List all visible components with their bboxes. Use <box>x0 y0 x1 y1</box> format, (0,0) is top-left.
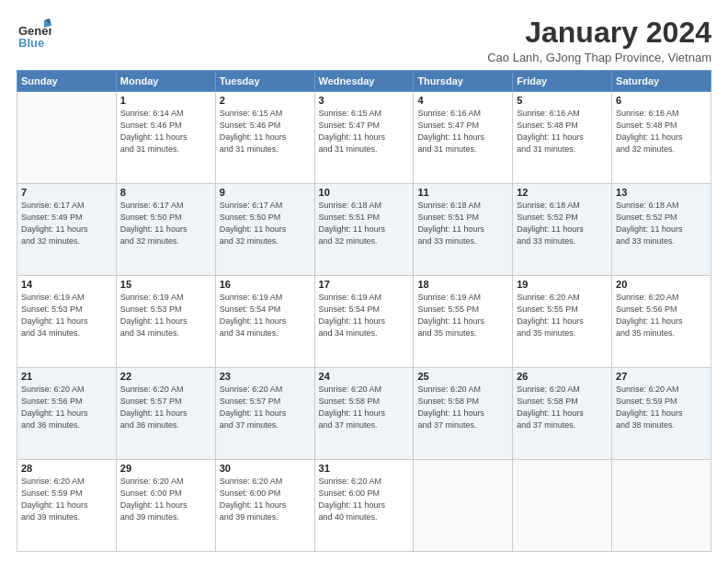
table-cell <box>612 460 711 552</box>
col-wednesday: Wednesday <box>314 71 414 92</box>
cell-info: Sunrise: 6:15 AMSunset: 5:47 PMDaylight:… <box>319 108 410 155</box>
cell-info: Sunrise: 6:20 AMSunset: 6:00 PMDaylight:… <box>319 476 410 523</box>
calendar-week-row: 1Sunrise: 6:14 AMSunset: 5:46 PMDaylight… <box>17 92 711 184</box>
cell-info: Sunrise: 6:16 AMSunset: 5:48 PMDaylight:… <box>616 108 707 155</box>
table-cell: 25Sunrise: 6:20 AMSunset: 5:58 PMDayligh… <box>414 368 513 460</box>
cell-info: Sunrise: 6:18 AMSunset: 5:52 PMDaylight:… <box>517 200 608 247</box>
table-cell: 12Sunrise: 6:18 AMSunset: 5:52 PMDayligh… <box>513 184 612 276</box>
cell-info: Sunrise: 6:20 AMSunset: 6:00 PMDaylight:… <box>220 476 311 523</box>
subtitle: Cao Lanh, GJong Thap Province, Vietnam <box>487 51 711 64</box>
day-number: 22 <box>120 371 211 382</box>
day-number: 3 <box>319 95 410 106</box>
day-number: 10 <box>319 187 410 198</box>
table-cell: 8Sunrise: 6:17 AMSunset: 5:50 PMDaylight… <box>116 184 215 276</box>
col-tuesday: Tuesday <box>215 71 314 92</box>
table-cell: 7Sunrise: 6:17 AMSunset: 5:49 PMDaylight… <box>17 184 117 276</box>
table-cell: 17Sunrise: 6:19 AMSunset: 5:54 PMDayligh… <box>314 276 414 368</box>
table-cell: 3Sunrise: 6:15 AMSunset: 5:47 PMDaylight… <box>314 92 414 184</box>
col-saturday: Saturday <box>612 71 711 92</box>
cell-info: Sunrise: 6:18 AMSunset: 5:51 PMDaylight:… <box>417 200 508 247</box>
table-cell: 9Sunrise: 6:17 AMSunset: 5:50 PMDaylight… <box>215 184 314 276</box>
table-cell: 21Sunrise: 6:20 AMSunset: 5:56 PMDayligh… <box>17 368 117 460</box>
day-number: 17 <box>319 279 410 290</box>
cell-info: Sunrise: 6:19 AMSunset: 5:54 PMDaylight:… <box>220 292 311 339</box>
cell-info: Sunrise: 6:17 AMSunset: 5:49 PMDaylight:… <box>21 200 112 247</box>
day-number: 20 <box>616 279 707 290</box>
table-cell <box>17 92 117 184</box>
cell-info: Sunrise: 6:19 AMSunset: 5:55 PMDaylight:… <box>417 292 508 339</box>
cell-info: Sunrise: 6:20 AMSunset: 5:57 PMDaylight:… <box>120 384 211 431</box>
col-thursday: Thursday <box>414 71 513 92</box>
calendar-week-row: 28Sunrise: 6:20 AMSunset: 5:59 PMDayligh… <box>17 460 711 552</box>
cell-info: Sunrise: 6:18 AMSunset: 5:52 PMDaylight:… <box>616 200 707 247</box>
table-cell: 27Sunrise: 6:20 AMSunset: 5:59 PMDayligh… <box>612 368 711 460</box>
day-number: 2 <box>220 95 311 106</box>
table-cell: 19Sunrise: 6:20 AMSunset: 5:55 PMDayligh… <box>513 276 612 368</box>
day-number: 1 <box>120 95 211 106</box>
table-cell: 30Sunrise: 6:20 AMSunset: 6:00 PMDayligh… <box>215 460 314 552</box>
cell-info: Sunrise: 6:20 AMSunset: 5:55 PMDaylight:… <box>517 292 608 339</box>
table-cell <box>414 460 513 552</box>
cell-info: Sunrise: 6:20 AMSunset: 5:59 PMDaylight:… <box>21 476 112 523</box>
day-number: 19 <box>517 279 608 290</box>
day-number: 21 <box>21 371 112 382</box>
col-monday: Monday <box>116 71 215 92</box>
table-cell: 23Sunrise: 6:20 AMSunset: 5:57 PMDayligh… <box>215 368 314 460</box>
day-number: 14 <box>21 279 112 290</box>
day-number: 29 <box>120 463 211 474</box>
table-cell: 31Sunrise: 6:20 AMSunset: 6:00 PMDayligh… <box>314 460 414 552</box>
svg-text:Blue: Blue <box>18 36 44 50</box>
table-cell <box>513 460 612 552</box>
table-cell: 22Sunrise: 6:20 AMSunset: 5:57 PMDayligh… <box>116 368 215 460</box>
cell-info: Sunrise: 6:20 AMSunset: 5:56 PMDaylight:… <box>21 384 112 431</box>
table-cell: 18Sunrise: 6:19 AMSunset: 5:55 PMDayligh… <box>414 276 513 368</box>
cell-info: Sunrise: 6:20 AMSunset: 5:59 PMDaylight:… <box>616 384 707 431</box>
cell-info: Sunrise: 6:20 AMSunset: 5:58 PMDaylight:… <box>517 384 608 431</box>
calendar-header-row: Sunday Monday Tuesday Wednesday Thursday… <box>17 71 711 92</box>
cell-info: Sunrise: 6:14 AMSunset: 5:46 PMDaylight:… <box>120 108 211 155</box>
table-cell: 16Sunrise: 6:19 AMSunset: 5:54 PMDayligh… <box>215 276 314 368</box>
table-cell: 1Sunrise: 6:14 AMSunset: 5:46 PMDaylight… <box>116 92 215 184</box>
cell-info: Sunrise: 6:17 AMSunset: 5:50 PMDaylight:… <box>120 200 211 247</box>
cell-info: Sunrise: 6:20 AMSunset: 5:56 PMDaylight:… <box>616 292 707 339</box>
day-number: 30 <box>220 463 311 474</box>
cell-info: Sunrise: 6:19 AMSunset: 5:53 PMDaylight:… <box>21 292 112 339</box>
day-number: 28 <box>21 463 112 474</box>
title-block: January 2024 Cao Lanh, GJong Thap Provin… <box>487 17 711 64</box>
day-number: 16 <box>220 279 311 290</box>
cell-info: Sunrise: 6:20 AMSunset: 5:58 PMDaylight:… <box>319 384 410 431</box>
table-cell: 6Sunrise: 6:16 AMSunset: 5:48 PMDaylight… <box>612 92 711 184</box>
day-number: 23 <box>220 371 311 382</box>
table-cell: 20Sunrise: 6:20 AMSunset: 5:56 PMDayligh… <box>612 276 711 368</box>
day-number: 24 <box>319 371 410 382</box>
day-number: 6 <box>616 95 707 106</box>
day-number: 27 <box>616 371 707 382</box>
cell-info: Sunrise: 6:20 AMSunset: 5:57 PMDaylight:… <box>220 384 311 431</box>
table-cell: 4Sunrise: 6:16 AMSunset: 5:47 PMDaylight… <box>414 92 513 184</box>
cell-info: Sunrise: 6:20 AMSunset: 5:58 PMDaylight:… <box>417 384 508 431</box>
cell-info: Sunrise: 6:19 AMSunset: 5:54 PMDaylight:… <box>319 292 410 339</box>
cell-info: Sunrise: 6:17 AMSunset: 5:50 PMDaylight:… <box>220 200 311 247</box>
cell-info: Sunrise: 6:20 AMSunset: 6:00 PMDaylight:… <box>120 476 211 523</box>
table-cell: 29Sunrise: 6:20 AMSunset: 6:00 PMDayligh… <box>116 460 215 552</box>
cell-info: Sunrise: 6:16 AMSunset: 5:48 PMDaylight:… <box>517 108 608 155</box>
calendar-table: Sunday Monday Tuesday Wednesday Thursday… <box>17 70 711 552</box>
table-cell: 14Sunrise: 6:19 AMSunset: 5:53 PMDayligh… <box>17 276 117 368</box>
day-number: 15 <box>120 279 211 290</box>
table-cell: 13Sunrise: 6:18 AMSunset: 5:52 PMDayligh… <box>612 184 711 276</box>
table-cell: 11Sunrise: 6:18 AMSunset: 5:51 PMDayligh… <box>414 184 513 276</box>
table-cell: 26Sunrise: 6:20 AMSunset: 5:58 PMDayligh… <box>513 368 612 460</box>
table-cell: 28Sunrise: 6:20 AMSunset: 5:59 PMDayligh… <box>17 460 117 552</box>
month-title: January 2024 <box>487 17 711 49</box>
day-number: 4 <box>417 95 508 106</box>
day-number: 11 <box>417 187 508 198</box>
cell-info: Sunrise: 6:16 AMSunset: 5:47 PMDaylight:… <box>417 108 508 155</box>
table-cell: 10Sunrise: 6:18 AMSunset: 5:51 PMDayligh… <box>314 184 414 276</box>
day-number: 12 <box>517 187 608 198</box>
logo-icon: General Blue <box>17 17 51 55</box>
col-friday: Friday <box>513 71 612 92</box>
cell-info: Sunrise: 6:19 AMSunset: 5:53 PMDaylight:… <box>120 292 211 339</box>
table-cell: 24Sunrise: 6:20 AMSunset: 5:58 PMDayligh… <box>314 368 414 460</box>
day-number: 7 <box>21 187 112 198</box>
cell-info: Sunrise: 6:15 AMSunset: 5:46 PMDaylight:… <box>220 108 311 155</box>
